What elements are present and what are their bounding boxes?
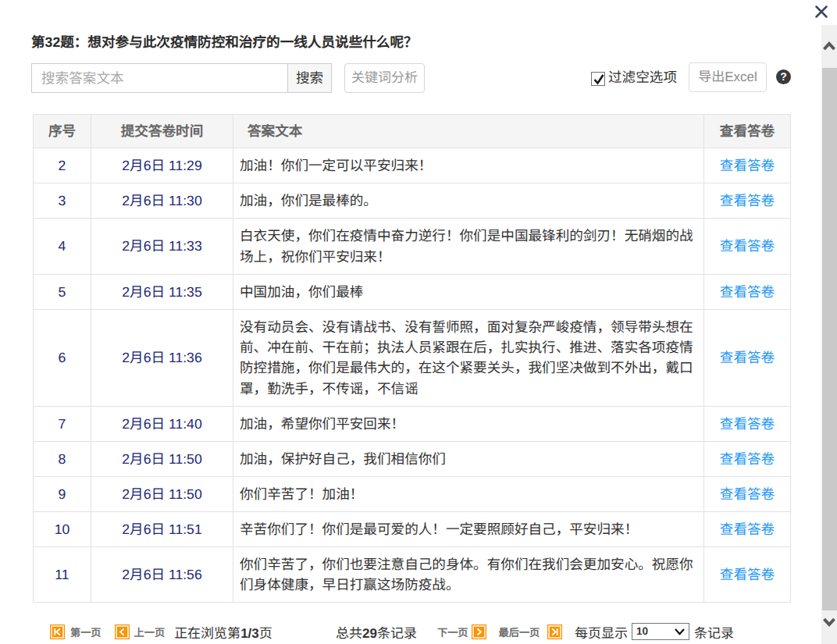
select-arrow-icon xyxy=(675,628,685,635)
cell-answer: 白衣天使，你们在疫情中奋力逆行！你们是中国最锋利的剑刃！无硝烟的战场上，祝你们平… xyxy=(233,219,704,274)
cell-time: 2月6日 11:51 xyxy=(91,512,233,547)
page-size-control: 每页显示 10 条记录 xyxy=(575,622,734,641)
view-answer-link[interactable]: 查看答卷 xyxy=(720,416,775,432)
view-answer-link[interactable]: 查看答卷 xyxy=(720,521,775,537)
total-records: 总共29条记录 xyxy=(336,622,417,641)
cell-time: 2月6日 11:40 xyxy=(91,407,233,442)
scroll-up-icon[interactable] xyxy=(821,37,837,53)
cell-action: 查看答卷 xyxy=(704,547,791,603)
view-answer-link[interactable]: 查看答卷 xyxy=(720,158,775,173)
cell-action: 查看答卷 xyxy=(704,309,791,406)
cell-seq: 4 xyxy=(34,219,91,274)
table-row: 8 2月6日 11:50 加油，保护好自己，我们相信你们 查看答卷 xyxy=(34,442,791,477)
table-row: 6 2月6日 11:36 没有动员会、没有请战书、没有誓师照，面对复杂严峻疫情，… xyxy=(34,309,791,406)
header-seq: 序号 xyxy=(34,115,91,148)
cell-time: 2月6日 11:33 xyxy=(91,219,233,274)
view-answer-link[interactable]: 查看答卷 xyxy=(720,486,775,502)
keyword-analysis-button[interactable]: 关键词分析 xyxy=(344,63,425,93)
browse-status: 正在浏览第1/3页 xyxy=(174,622,272,642)
view-answer-link[interactable]: 查看答卷 xyxy=(720,350,775,365)
cell-seq: 3 xyxy=(34,183,91,219)
page-size-select[interactable]: 10 xyxy=(632,623,689,640)
prev-page-icon[interactable] xyxy=(115,624,130,639)
table-row: 2 2月6日 11:29 加油！你们一定可以平安归来！ 查看答卷 xyxy=(34,148,791,183)
view-answer-link[interactable]: 查看答卷 xyxy=(720,284,775,300)
cell-action: 查看答卷 xyxy=(704,512,791,547)
header-answer: 答案文本 xyxy=(233,115,704,148)
cell-action: 查看答卷 xyxy=(704,219,791,274)
cell-seq: 8 xyxy=(34,442,91,477)
scroll-down-icon[interactable] xyxy=(821,614,837,630)
cell-answer: 加油，你们是最棒的。 xyxy=(233,183,704,219)
cell-answer: 加油！你们一定可以平安归来！ xyxy=(233,148,704,183)
cell-seq: 10 xyxy=(34,512,91,547)
first-page-button[interactable]: 第一页 xyxy=(70,624,102,639)
cell-time: 2月6日 11:50 xyxy=(91,477,233,512)
cell-answer: 没有动员会、没有请战书、没有誓师照，面对复杂严峻疫情，领导带头想在前、冲在前、干… xyxy=(233,309,704,406)
cell-action: 查看答卷 xyxy=(704,477,791,512)
table-header-row: 序号 提交答卷时间 答案文本 查看答卷 xyxy=(34,115,791,148)
export-excel-button[interactable]: 导出Excel xyxy=(689,62,767,92)
filter-empty-label[interactable]: 过滤空选项 xyxy=(608,69,677,86)
table-row: 5 2月6日 11:35 中国加油，你们最棒 查看答卷 xyxy=(34,274,791,309)
question-title: 第32题：想对参与此次疫情防控和治疗的一线人员说些什么呢？ xyxy=(31,34,418,51)
prev-page-button[interactable]: 上一页 xyxy=(134,624,166,639)
cell-seq: 11 xyxy=(34,547,91,603)
cell-time: 2月6日 11:29 xyxy=(91,148,233,183)
cell-action: 查看答卷 xyxy=(704,183,791,219)
cell-time: 2月6日 11:50 xyxy=(91,442,233,477)
view-answer-link[interactable]: 查看答卷 xyxy=(720,451,775,467)
view-answer-link[interactable]: 查看答卷 xyxy=(720,567,775,582)
page-size-suffix: 条记录 xyxy=(694,622,734,642)
search-input[interactable] xyxy=(31,63,288,93)
pagination-bar: 第一页 上一页 正在浏览第1/3页 总共29条记录 下一页 最后一页 每页显示 … xyxy=(0,622,790,641)
last-page-icon[interactable] xyxy=(547,624,562,639)
pagination-nav-left: 第一页 上一页 正在浏览第1/3页 xyxy=(50,622,272,641)
table-row: 7 2月6日 11:40 加油，希望你们平安回来！ 查看答卷 xyxy=(34,407,791,442)
cell-answer: 加油，希望你们平安回来！ xyxy=(233,407,704,442)
last-page-button[interactable]: 最后一页 xyxy=(499,624,540,639)
cell-action: 查看答卷 xyxy=(704,274,791,309)
cell-answer: 中国加油，你们最棒 xyxy=(233,274,704,309)
table-row: 3 2月6日 11:30 加油，你们是最棒的。 查看答卷 xyxy=(34,183,791,219)
next-page-button[interactable]: 下一页 xyxy=(437,624,468,639)
header-time: 提交答卷时间 xyxy=(91,115,233,148)
cell-seq: 6 xyxy=(34,309,91,406)
cell-answer: 辛苦你们了！你们是最可爱的人！一定要照顾好自己，平安归来！ xyxy=(233,512,704,547)
table-row: 4 2月6日 11:33 白衣天使，你们在疫情中奋力逆行！你们是中国最锋利的剑刃… xyxy=(34,219,791,274)
cell-action: 查看答卷 xyxy=(704,442,791,477)
view-answer-link[interactable]: 查看答卷 xyxy=(720,193,775,208)
next-page-icon[interactable] xyxy=(472,624,486,639)
close-icon[interactable] xyxy=(814,5,828,19)
cell-answer: 你们辛苦了，你们也要注意自己的身体。有你们在我们会更加安心。祝愿你们身体健康，早… xyxy=(233,547,704,603)
cell-time: 2月6日 11:56 xyxy=(91,547,233,603)
cell-answer: 加油，保护好自己，我们相信你们 xyxy=(233,442,704,477)
first-page-icon[interactable] xyxy=(50,624,65,639)
view-answer-link[interactable]: 查看答卷 xyxy=(720,238,775,254)
scrollbar-thumb[interactable] xyxy=(822,68,837,610)
cell-action: 查看答卷 xyxy=(704,148,791,183)
cell-time: 2月6日 11:35 xyxy=(91,274,233,309)
page-size-prefix: 每页显示 xyxy=(575,622,628,642)
checkmark-icon xyxy=(593,73,605,86)
answers-table: 序号 提交答卷时间 答案文本 查看答卷 2 2月6日 11:29 加油！你们一定… xyxy=(33,114,791,603)
table-row: 11 2月6日 11:56 你们辛苦了，你们也要注意自己的身体。有你们在我们会更… xyxy=(34,547,791,603)
cell-time: 2月6日 11:36 xyxy=(91,309,233,406)
cell-seq: 7 xyxy=(34,407,91,442)
table-row: 10 2月6日 11:51 辛苦你们了！你们是最可爱的人！一定要照顾好自己，平安… xyxy=(34,512,791,547)
table-row: 9 2月6日 11:50 你们辛苦了！加油！ 查看答卷 xyxy=(34,477,791,512)
cell-seq: 9 xyxy=(34,477,91,512)
cell-time: 2月6日 11:30 xyxy=(91,183,233,219)
cell-action: 查看答卷 xyxy=(704,407,791,442)
search-button[interactable]: 搜索 xyxy=(287,63,332,93)
header-action: 查看答卷 xyxy=(704,115,791,148)
pagination-nav-right: 下一页 最后一页 xyxy=(437,622,562,641)
filter-empty-checkbox[interactable] xyxy=(591,72,605,86)
cell-seq: 5 xyxy=(34,274,91,309)
cell-answer: 你们辛苦了！加油！ xyxy=(233,477,704,512)
vertical-scrollbar[interactable] xyxy=(821,25,837,644)
help-icon[interactable]: ? xyxy=(776,69,791,84)
cell-seq: 2 xyxy=(34,148,91,183)
